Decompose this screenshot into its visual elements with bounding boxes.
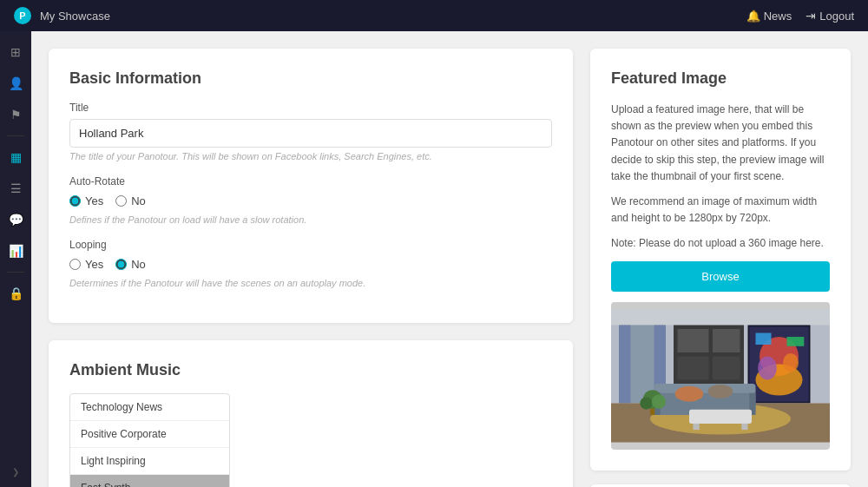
sidebar-item-chat[interactable]: 💬 (2, 206, 30, 234)
looping-no-label: No (131, 258, 146, 271)
bell-icon (746, 10, 760, 23)
track-technology-news[interactable]: Technology News (70, 394, 229, 421)
topbar-left: P My Showcase (14, 7, 110, 24)
featured-image-card: Featured Image Upload a featured image h… (590, 49, 851, 471)
auto-rotate-label: Auto-Rotate (69, 175, 552, 188)
music-panel: Technology News Positive Corporate Light… (69, 393, 552, 487)
svg-point-16 (758, 356, 777, 379)
logout-link[interactable]: Logout (806, 9, 854, 23)
looping-no-radio[interactable] (115, 259, 127, 270)
svg-point-32 (652, 394, 666, 408)
svg-rect-21 (654, 384, 756, 393)
featured-image-preview (611, 302, 830, 450)
app-logo: P (14, 7, 31, 24)
looping-group: Looping Yes No Determines if the Panotou… (69, 239, 552, 288)
looping-yes-radio[interactable] (69, 259, 81, 270)
sidebar: ⊞ 👤 ⚑ ▦ ☰ 💬 📊 🔒 ❯ (0, 31, 31, 487)
basic-information-card: Basic Information Title The title of you… (49, 49, 573, 323)
music-track-list: Technology News Positive Corporate Light… (69, 393, 230, 487)
featured-image-desc2: We recommend an image of maximum width a… (611, 194, 830, 227)
ambient-music-title: Ambient Music (69, 361, 552, 379)
svg-point-31 (640, 397, 652, 409)
sidebar-divider (7, 135, 24, 136)
auto-rotate-no-option[interactable]: No (115, 194, 146, 207)
auto-rotate-group: Auto-Rotate Yes No Defines if the Panoto… (69, 175, 552, 225)
track-fast-synth[interactable]: Fast Synth (70, 475, 229, 487)
news-label: News (764, 10, 792, 23)
room-preview-svg (611, 302, 830, 450)
title-group: Title The title of your Panotour. This w… (69, 102, 552, 161)
topbar: P My Showcase News Logout (0, 0, 868, 31)
svg-rect-9 (713, 356, 740, 379)
looping-no-option[interactable]: No (115, 258, 146, 271)
basic-information-title: Basic Information (69, 69, 552, 88)
featured-image-desc3: Note: Please do not upload a 360 image h… (611, 235, 830, 252)
logout-label: Logout (819, 10, 854, 23)
svg-rect-26 (689, 409, 752, 423)
looping-label: Looping (69, 239, 552, 251)
auto-rotate-no-label: No (131, 194, 146, 207)
svg-rect-27 (694, 423, 700, 429)
svg-point-24 (675, 385, 703, 401)
auto-rotate-yes-label: Yes (85, 194, 103, 207)
auto-rotate-hint: Defines if the Panotour on load will hav… (69, 214, 552, 225)
svg-rect-15 (787, 337, 805, 346)
looping-yes-label: Yes (85, 258, 103, 271)
sidebar-item-grid[interactable]: ▦ (2, 143, 30, 171)
auto-rotate-radio-group: Yes No (69, 194, 552, 207)
sidebar-item-list[interactable]: ☰ (2, 174, 30, 202)
looping-hint: Determines if the Panotour will have the… (69, 278, 552, 288)
svg-rect-14 (756, 332, 772, 345)
svg-point-17 (783, 352, 799, 372)
svg-rect-6 (678, 329, 709, 352)
auto-rotate-no-radio[interactable] (115, 195, 127, 207)
app-body: ⊞ 👤 ⚑ ▦ ☰ 💬 📊 🔒 ❯ Basic Information Titl… (0, 31, 868, 487)
right-column: Featured Image Upload a featured image h… (590, 49, 851, 487)
sidebar-item-user[interactable]: 👤 (2, 69, 30, 97)
sidebar-expand-button[interactable]: ❯ (2, 463, 30, 480)
news-link[interactable]: News (746, 10, 792, 23)
main-content: Basic Information Title The title of you… (31, 31, 868, 487)
auto-rotate-yes-option[interactable]: Yes (69, 194, 103, 207)
topbar-right: News Logout (746, 9, 854, 23)
looping-radio-group: Yes No (69, 258, 552, 271)
sidebar-item-flag[interactable]: ⚑ (2, 101, 30, 128)
track-light-inspiring[interactable]: Light Inspiring (70, 448, 229, 475)
title-input[interactable] (69, 119, 552, 148)
featured-image-title: Featured Image (611, 69, 830, 88)
browse-button[interactable]: Browse (611, 261, 830, 292)
app-title: My Showcase (40, 10, 110, 23)
remarks-card: Remarks Private. Will not be made public… (590, 484, 851, 488)
featured-image-desc1: Upload a featured image here, that will … (611, 102, 830, 185)
auto-rotate-yes-radio[interactable] (69, 195, 81, 207)
left-column: Basic Information Title The title of you… (49, 49, 573, 487)
svg-rect-7 (713, 329, 740, 352)
sidebar-item-home[interactable]: ⊞ (2, 38, 30, 66)
logout-icon (806, 9, 816, 23)
sidebar-divider-2 (7, 272, 24, 273)
ambient-music-card: Ambient Music Technology News Positive C… (49, 340, 573, 487)
svg-rect-8 (678, 356, 709, 379)
svg-point-25 (708, 384, 733, 398)
music-player: Fast Synth HitsLab Fast motivational syn… (244, 393, 552, 487)
svg-rect-28 (741, 423, 747, 429)
track-positive-corporate[interactable]: Positive Corporate (70, 421, 229, 448)
title-label: Title (69, 102, 552, 114)
title-hint: The title of your Panotour. This will be… (69, 151, 552, 161)
looping-yes-option[interactable]: Yes (69, 258, 103, 271)
svg-rect-3 (619, 325, 631, 403)
sidebar-item-lock[interactable]: 🔒 (2, 280, 30, 307)
sidebar-item-chart[interactable]: 📊 (2, 237, 30, 265)
